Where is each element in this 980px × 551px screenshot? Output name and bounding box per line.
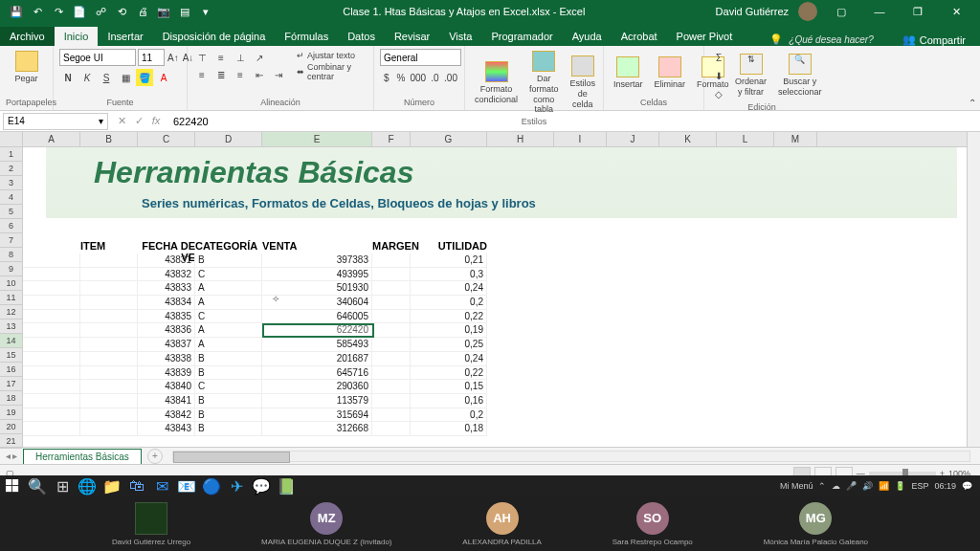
share-button[interactable]: 👥 Compartir (888, 33, 980, 46)
clear-icon[interactable]: ◇ (710, 85, 727, 102)
tray-batt-icon[interactable]: 🔋 (895, 481, 905, 491)
number-format-selector[interactable] (380, 49, 461, 66)
qa-icon3[interactable]: ⟲ (115, 5, 128, 18)
sheet-nav-last-icon[interactable]: ▸ (12, 451, 17, 461)
qa-icon5[interactable]: 📷 (157, 5, 170, 18)
name-box[interactable]: E14▾ (3, 113, 108, 130)
bold-button[interactable]: N (59, 69, 77, 86)
tab-inicio[interactable]: Inicio (55, 27, 99, 46)
align-bot-icon[interactable]: ⊥ (232, 49, 249, 66)
table-row[interactable]: 43838B2016870,24 (23, 352, 487, 366)
insert-cells-button[interactable]: Insertar (610, 55, 647, 92)
col-header-B[interactable]: B (80, 132, 138, 146)
tray-wifi-icon[interactable]: 📶 (879, 481, 889, 491)
italic-button[interactable]: K (78, 69, 96, 86)
tray-vol-icon[interactable]: 🔊 (862, 481, 873, 491)
chrome-icon[interactable]: 🔵 (199, 475, 224, 496)
tab-programador[interactable]: Programador (481, 27, 562, 46)
table-format-button[interactable]: Dar formato como tabla (525, 49, 563, 117)
font-color-button[interactable]: A (155, 69, 172, 86)
close-button[interactable]: ✕ (942, 6, 970, 18)
maximize-button[interactable]: ❐ (903, 6, 932, 18)
tray-chevron-icon[interactable]: ⌃ (818, 481, 826, 491)
sheet-tab-active[interactable]: Herramientas Básicas (23, 449, 142, 464)
table-row[interactable]: 43842B3156940,2 (23, 408, 487, 423)
enter-formula-icon[interactable]: ✓ (131, 115, 146, 127)
fx-icon[interactable]: fx (148, 115, 164, 127)
tellme-icon[interactable]: 💡 (769, 33, 783, 46)
row-header-20[interactable]: 20 (0, 420, 22, 434)
tab-acrobat[interactable]: Acrobat (612, 27, 667, 46)
align-top-icon[interactable]: ⊤ (193, 49, 211, 66)
table-row[interactable]: 43833A5019300,24 (23, 281, 487, 296)
start-button[interactable] (0, 475, 25, 496)
excel-icon[interactable]: 📗 (274, 475, 299, 496)
edge-icon[interactable]: 🌐 (75, 475, 100, 496)
col-header-J[interactable]: J (607, 132, 659, 146)
redo-icon[interactable]: ↷ (52, 5, 65, 18)
comma-icon[interactable]: 000 (410, 69, 427, 86)
qa-more[interactable]: ▾ (199, 5, 212, 18)
paste-button[interactable]: Pegar (6, 49, 47, 86)
participant[interactable]: MGMónica María Palacio Galeano (764, 502, 868, 546)
align-center-icon[interactable]: ≣ (212, 66, 230, 83)
undo-icon[interactable]: ↶ (31, 5, 44, 18)
cond-format-button[interactable]: Formato condicional (471, 59, 522, 107)
row-header-8[interactable]: 8 (0, 248, 22, 262)
currency-icon[interactable]: $ (380, 69, 392, 86)
collapse-ribbon-icon[interactable]: ⌃ (969, 98, 976, 108)
tab-vista[interactable]: Vista (439, 27, 481, 46)
tray-time[interactable]: 06:19 (934, 481, 956, 491)
user-name[interactable]: David Gutiérrez (716, 6, 789, 17)
table-row[interactable]: 43836A6224200,19 (23, 323, 487, 338)
participant[interactable]: AHALEXANDRA PADILLA (462, 502, 542, 546)
tray-lang[interactable]: ESP (911, 481, 928, 491)
participant[interactable]: David Gutiérrez Urrego (112, 502, 190, 546)
percent-icon[interactable]: % (394, 69, 407, 86)
mimenu-label[interactable]: Mi Menú (780, 481, 813, 491)
tab-power-pivot[interactable]: Power Pivot (667, 27, 743, 46)
find-select-button[interactable]: 🔍Buscar y seleccionar (774, 52, 826, 99)
row-header-1[interactable]: 1 (0, 147, 22, 162)
autosum-icon[interactable]: Σ (710, 49, 727, 66)
row-header-17[interactable]: 17 (0, 377, 22, 391)
table-row[interactable]: 43841B1135790,16 (23, 394, 487, 408)
sheet-nav-first-icon[interactable]: ◂ (6, 451, 11, 461)
col-header-C[interactable]: C (138, 132, 195, 146)
border-button[interactable]: ▦ (117, 69, 134, 86)
qa-icon2[interactable]: ☍ (94, 5, 107, 18)
tab-revisar[interactable]: Revisar (385, 27, 439, 46)
row-header-12[interactable]: 12 (0, 305, 22, 320)
row-header-6[interactable]: 6 (0, 219, 22, 233)
fill-icon[interactable]: ⬇ (710, 67, 727, 84)
col-header-E[interactable]: E (262, 132, 372, 146)
table-row[interactable]: 43832C4939950,3 (23, 268, 487, 282)
search-icon[interactable]: 🔍 (25, 475, 50, 496)
ribbon-display-icon[interactable]: ▢ (827, 6, 856, 18)
align-left-icon[interactable]: ≡ (193, 66, 211, 83)
tab-disposición-de-página[interactable]: Disposición de página (153, 27, 276, 46)
tellme-input[interactable]: ¿Qué desea hacer? (789, 34, 873, 45)
minimize-button[interactable]: — (865, 6, 894, 17)
row-header-5[interactable]: 5 (0, 205, 22, 219)
vscrollbar[interactable] (967, 132, 980, 447)
font-selector[interactable] (59, 49, 136, 66)
table-row[interactable]: 43840C2903600,15 (23, 380, 487, 394)
table-row[interactable]: 43843B3126680,18 (23, 422, 487, 436)
col-header-D[interactable]: D (195, 132, 262, 146)
spreadsheet-grid[interactable]: 123456789101112131415161718192021 ABCDEF… (0, 132, 980, 447)
row-header-7[interactable]: 7 (0, 233, 22, 248)
tray-sync-icon[interactable]: ☁ (832, 481, 840, 491)
table-row[interactable]: 43837A5854930,25 (23, 338, 487, 352)
table-row[interactable]: 43835C6460050,22 (23, 310, 487, 324)
row-header-4[interactable]: 4 (0, 190, 22, 205)
row-header-9[interactable]: 9 (0, 262, 22, 276)
user-avatar[interactable] (798, 2, 817, 21)
cancel-formula-icon[interactable]: ✕ (114, 115, 129, 127)
tab-fórmulas[interactable]: Fórmulas (275, 27, 338, 46)
hscrollbar[interactable] (172, 451, 970, 462)
row-header-21[interactable]: 21 (0, 434, 22, 449)
align-mid-icon[interactable]: ≡ (212, 49, 230, 66)
col-header-M[interactable]: M (774, 132, 817, 146)
col-header-H[interactable]: H (487, 132, 554, 146)
